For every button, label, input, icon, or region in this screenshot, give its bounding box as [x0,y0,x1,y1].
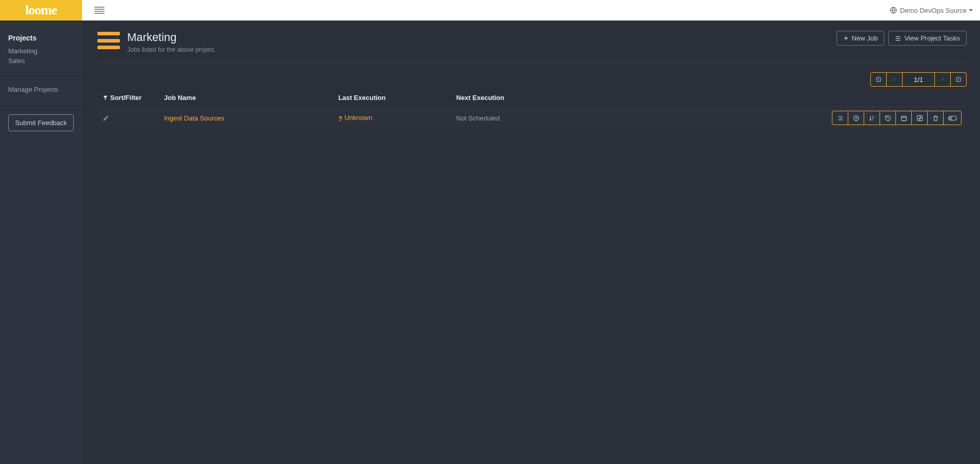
last-execution-cell: ?Unknown [333,106,451,130]
page-titles: Marketing Jobs listed for the above proj… [127,31,216,53]
trash-icon [932,115,939,122]
column-sort-filter[interactable]: Sort/Filter [97,90,159,106]
question-icon: ? [338,115,342,123]
jobs-table: Sort/Filter Job Name Last Execution Next… [97,90,967,130]
tasks-icon [837,115,844,122]
tasks-button[interactable] [832,111,848,125]
table-header-row: Sort/Filter Job Name Last Execution Next… [97,90,967,106]
caret-down-icon [969,9,973,11]
history-button[interactable] [880,111,896,125]
svg-rect-6 [948,116,956,120]
row-actions-cell [569,106,967,130]
main-content: Marketing Jobs listed for the above proj… [82,21,980,464]
chevron-left-icon [892,77,897,82]
plus-icon [843,35,849,41]
table-row: Ingest Data Sources ?Unknown Not Schedul… [97,106,967,130]
job-name-link[interactable]: Ingest Data Sources [164,114,224,122]
svg-rect-2 [956,77,961,82]
project-bars-icon [97,32,120,49]
svg-rect-1 [876,77,881,82]
delete-button[interactable] [927,111,944,125]
first-page-icon [875,76,882,83]
chevron-right-icon [940,77,945,82]
toggle-button[interactable] [943,111,962,125]
last-page-icon [955,76,962,83]
pager-first-button[interactable] [870,72,887,87]
hamburger-icon[interactable] [94,7,105,14]
play-circle-icon [853,115,860,122]
row-edit-cell [97,106,159,130]
column-actions [569,90,967,106]
header-actions: New Job View Project Tasks [836,31,967,46]
job-name-cell: Ingest Data Sources [159,106,333,130]
page-subtitle: Jobs listed for the above project. [127,46,216,53]
sidebar-separator [0,106,82,106]
sequence-button[interactable] [864,111,880,125]
run-button[interactable] [848,111,864,125]
svg-rect-4 [901,116,906,120]
pager: 1/1 [871,72,967,87]
svg-point-7 [949,117,952,119]
list-icon [895,35,901,42]
submit-feedback-button[interactable]: Submit Feedback [8,114,74,131]
calendar-icon [901,115,907,122]
column-last-execution[interactable]: Last Execution [333,90,451,106]
pager-last-button[interactable] [950,72,967,87]
pager-next-button[interactable] [934,72,951,87]
sidebar-heading: Projects [0,34,82,46]
sidebar-item-marketing[interactable]: Marketing [0,46,82,56]
source-label: Demo DevOps Source [900,7,967,14]
brand-logo[interactable]: loome [0,0,82,21]
schedule-button[interactable] [895,111,912,125]
sidebar-manage-projects[interactable]: Manage Projects [0,84,82,98]
column-next-execution[interactable]: Next Execution [451,90,569,106]
new-job-button[interactable]: New Job [836,31,885,46]
toggle-icon [948,115,957,122]
sidebar-separator [0,76,82,76]
pager-prev-button[interactable] [886,72,903,87]
source-dropdown[interactable]: Demo DevOps Source [890,0,973,21]
column-label: Sort/Filter [110,94,141,102]
edit-square-icon [916,115,923,122]
globe-icon [890,7,897,14]
pager-row: 1/1 [97,72,967,87]
sidebar: Projects Marketing Sales Manage Projects… [0,21,82,464]
last-execution-value: Unknown [344,114,372,122]
view-tasks-label: View Project Tasks [904,34,960,42]
next-execution-cell: Not Scheduled [451,106,569,130]
brand-name: loome [25,3,56,18]
sidebar-item-sales[interactable]: Sales [0,56,82,66]
sort-icon [869,115,875,122]
pager-page-display[interactable]: 1/1 [902,72,935,87]
view-project-tasks-button[interactable]: View Project Tasks [888,31,967,46]
column-job-name[interactable]: Job Name [159,90,333,106]
filter-icon [103,95,108,100]
new-job-label: New Job [852,34,878,42]
edit-icon[interactable] [103,115,154,122]
edit-button[interactable] [911,111,928,125]
topbar: loome Demo DevOps Source [0,0,980,21]
page-title: Marketing [127,31,216,44]
history-icon [885,115,891,122]
page-header: Marketing Jobs listed for the above proj… [97,31,967,63]
row-actions [832,111,962,125]
